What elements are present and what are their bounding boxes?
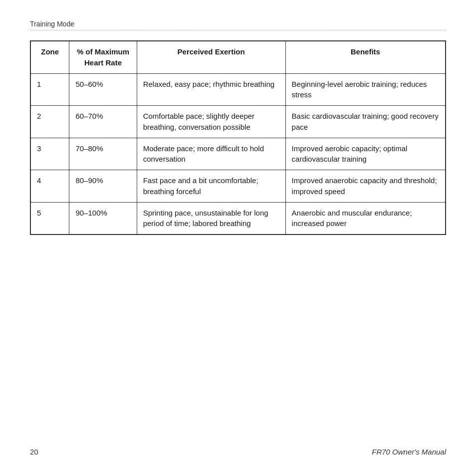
cell-hr-4: 80–90% <box>69 170 137 203</box>
page-footer: 20 FR70 Owner's Manual <box>30 448 446 456</box>
cell-exertion-4: Fast pace and a bit uncomfortable; breat… <box>137 170 285 203</box>
cell-benefits-2: Basic cardiovascular training; good reco… <box>285 106 446 138</box>
cell-hr-1: 50–60% <box>69 73 137 106</box>
col-header-zone: Zone <box>30 41 69 73</box>
cell-hr-5: 90–100% <box>69 202 137 235</box>
table-row: 150–60%Relaxed, easy pace; rhythmic brea… <box>30 73 446 106</box>
cell-benefits-4: Improved anaerobic capacity and threshol… <box>285 170 446 203</box>
cell-benefits-5: Anaerobic and muscular endurance; increa… <box>285 202 446 235</box>
cell-exertion-1: Relaxed, easy pace; rhythmic breathing <box>137 73 285 106</box>
cell-hr-2: 60–70% <box>69 106 137 138</box>
table-header-row: Zone % of Maximum Heart Rate Perceived E… <box>30 41 446 73</box>
page-container: Training Mode Zone % of Maximum Heart Ra… <box>0 0 476 476</box>
cell-exertion-3: Moderate pace; more difficult to hold co… <box>137 138 285 170</box>
cell-hr-3: 70–80% <box>69 138 137 170</box>
table-row: 590–100%Sprinting pace, unsustainable fo… <box>30 202 446 235</box>
cell-zone-1: 1 <box>30 73 69 106</box>
manual-title: FR70 Owner's Manual <box>372 448 446 456</box>
cell-exertion-5: Sprinting pace, unsustainable for long p… <box>137 202 285 235</box>
col-header-exertion: Perceived Exertion <box>137 41 285 73</box>
table-row: 260–70%Comfortable pace; slightly deeper… <box>30 106 446 138</box>
cell-zone-2: 2 <box>30 106 69 138</box>
training-table: Zone % of Maximum Heart Rate Perceived E… <box>30 40 446 235</box>
cell-zone-4: 4 <box>30 170 69 203</box>
cell-benefits-3: Improved aerobic capacity; optimal cardi… <box>285 138 446 170</box>
col-header-benefits: Benefits <box>285 41 446 73</box>
cell-zone-5: 5 <box>30 202 69 235</box>
cell-zone-3: 3 <box>30 138 69 170</box>
cell-benefits-1: Beginning-level aerobic training; reduce… <box>285 73 446 106</box>
page-number: 20 <box>30 448 38 456</box>
table-row: 370–80%Moderate pace; more difficult to … <box>30 138 446 170</box>
page-header-title: Training Mode <box>30 20 74 28</box>
cell-exertion-2: Comfortable pace; slightly deeper breath… <box>137 106 285 138</box>
table-row: 480–90%Fast pace and a bit uncomfortable… <box>30 170 446 203</box>
col-header-hr: % of Maximum Heart Rate <box>69 41 137 73</box>
page-header: Training Mode <box>30 20 446 30</box>
